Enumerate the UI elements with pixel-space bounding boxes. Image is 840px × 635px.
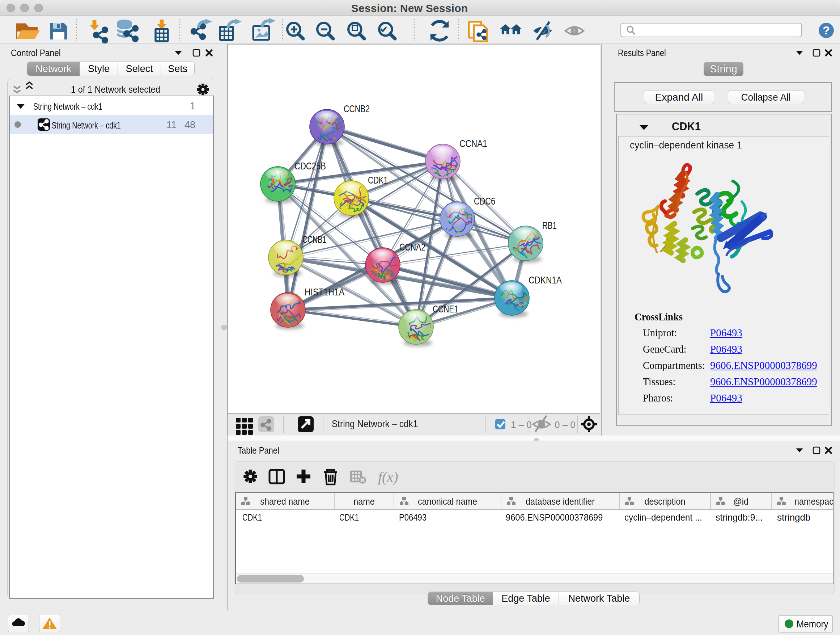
svg-text:CCNA1: CCNA1 bbox=[459, 138, 487, 149]
svg-text:?: ? bbox=[823, 24, 830, 37]
svg-text:CDK1: CDK1 bbox=[368, 174, 388, 186]
svg-text:HIST1H1A: HIST1H1A bbox=[305, 287, 344, 298]
svg-text:CDKN1A: CDKN1A bbox=[529, 274, 562, 286]
svg-text:f(x): f(x) bbox=[378, 469, 398, 485]
svg-text:CCNA2: CCNA2 bbox=[399, 241, 425, 253]
svg-text:RB1: RB1 bbox=[542, 220, 557, 231]
svg-text:CCNB1: CCNB1 bbox=[302, 234, 326, 245]
svg-text:CDC6: CDC6 bbox=[474, 195, 495, 207]
svg-text:CCNB2: CCNB2 bbox=[344, 103, 370, 114]
svg-text:CCNE1: CCNE1 bbox=[433, 303, 458, 315]
svg-text:CDC25B: CDC25B bbox=[294, 160, 326, 172]
